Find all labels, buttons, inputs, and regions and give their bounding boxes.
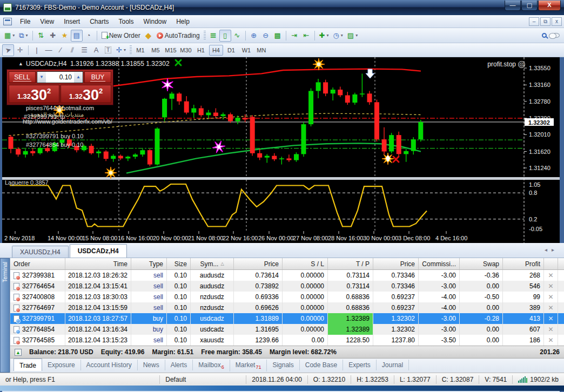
metaeditor-button[interactable]: ◆ [143, 30, 155, 42]
timeframe-m5[interactable]: M5 [149, 45, 163, 56]
menu-item-window[interactable]: Window [139, 16, 172, 27]
tab-scroll-arrows[interactable]: ◂▸ [545, 247, 559, 253]
timeframe-m1[interactable]: M1 [133, 45, 147, 56]
minimize-button[interactable]: — [505, 1, 521, 11]
timeframe-m30[interactable]: M30 [179, 45, 193, 56]
child-close-button[interactable]: x [552, 17, 562, 26]
terminal-tab-code-base[interactable]: Code Base [300, 360, 343, 370]
column-header-type[interactable]: Type [131, 258, 167, 269]
maximize-button[interactable]: ▢ [521, 1, 538, 11]
timeframe-d1[interactable]: D1 [224, 45, 238, 56]
order-row[interactable]: 3273993812018.12.03 18:26:32sell0.10audu… [10, 270, 564, 281]
terminal-tab-journal[interactable]: Journal [377, 360, 409, 370]
menu-item-tools[interactable]: Tools [114, 16, 139, 27]
column-header-price2[interactable]: Price [373, 258, 419, 269]
templates-button[interactable]: ▨▾ [345, 30, 360, 42]
column-header-comm[interactable]: Commissi... [419, 258, 460, 269]
one-click-collapse-icon[interactable]: ▲ [18, 61, 23, 66]
order-row[interactable]: 3274008082018.12.03 18:30:03sell0.10nzdu… [10, 292, 564, 302]
terminal-tab-mailbox[interactable]: Mailbox6 [193, 360, 230, 371]
new-chart-button[interactable]: ▦▾ [2, 30, 17, 42]
vertical-line-button[interactable]: | [31, 44, 43, 56]
strategy-tester-button[interactable]: ◔ [83, 30, 95, 42]
volume-input[interactable] [46, 72, 74, 83]
indicators-button[interactable]: ✚▾ [317, 30, 331, 42]
auto-scroll-button[interactable]: ⇥ [288, 30, 300, 42]
zoom-out-button[interactable]: ⊖ [260, 30, 272, 42]
close-button[interactable]: X [538, 1, 561, 11]
terminal-tab-account-history[interactable]: Account History [81, 360, 138, 370]
timeframe-h1[interactable]: H1 [194, 45, 208, 56]
candlestick-button[interactable]: ▯ [219, 30, 231, 42]
column-header-time[interactable]: Time [65, 258, 131, 269]
fibonacci-button[interactable]: ☰ [78, 44, 90, 56]
child-restore-button[interactable]: ⧉ [540, 17, 550, 26]
community-button[interactable] [550, 30, 562, 42]
terminal-tab-news[interactable]: News [138, 360, 165, 370]
trendline-button[interactable]: ∕ [55, 44, 66, 56]
horizontal-line-button[interactable]: — [43, 44, 55, 56]
autotrading-button[interactable]: AutoTrading [155, 30, 202, 42]
arrows-button[interactable]: ✢▾ [114, 44, 128, 56]
order-row[interactable]: 3277648542018.12.04 13:16:34buy0.10usdca… [10, 324, 564, 335]
close-order-icon[interactable]: ✕ [548, 293, 553, 301]
chart-tab-usdcadz-h4[interactable]: USDCADz,H4 [70, 244, 127, 258]
profiles-button[interactable]: ⧉▾ [17, 30, 30, 42]
timeframe-h4[interactable]: H4 [209, 45, 223, 56]
close-order-icon[interactable]: ✕ [548, 336, 553, 344]
menu-item-view[interactable]: View [35, 16, 59, 27]
column-header-size[interactable]: Size [167, 258, 191, 269]
channel-button[interactable]: ⫽ [66, 44, 78, 56]
terminal-tab-experts[interactable]: Experts [343, 360, 377, 370]
order-row[interactable]: 3273997912018.12.03 18:27:57buy0.10usdca… [10, 313, 564, 324]
column-header-sl[interactable]: S / L [283, 258, 328, 269]
order-row[interactable]: 3277646972018.12.04 13:15:59sell0.10nzdu… [10, 302, 564, 313]
market-watch-button[interactable]: ⇅ [35, 30, 47, 42]
close-order-icon[interactable]: ✕ [548, 304, 553, 312]
column-header-swap[interactable]: Swap [460, 258, 503, 269]
terminal-dock-bar[interactable]: Terminal [0, 258, 10, 373]
tile-windows-button[interactable]: ▩ [272, 30, 284, 42]
volume-up-icon[interactable]: ▲ [74, 72, 83, 83]
buy-price[interactable]: 1.32 30 2 [61, 85, 111, 103]
menu-item-file[interactable]: File [15, 16, 35, 27]
text-label-button[interactable]: T [102, 44, 114, 56]
zoom-in-button[interactable]: ⊕ [248, 30, 260, 42]
search-button[interactable] [538, 30, 550, 42]
order-row[interactable]: 3277646542018.12.04 13:15:41sell0.10audu… [10, 281, 564, 292]
status-profile[interactable]: Default [160, 375, 246, 384]
terminal-tab-signals[interactable]: Signals [267, 360, 299, 370]
chart-tab-xauusdz-h4[interactable]: XAUUSDz,H4 [12, 246, 69, 258]
close-order-icon[interactable]: ✕ [548, 272, 553, 279]
chart-canvas[interactable]: 1.335501.331601.327801.323901.320101.316… [2, 57, 560, 243]
column-header-price[interactable]: Price [234, 258, 283, 269]
cursor-button[interactable]: ➤ [2, 44, 14, 56]
volume-down-icon[interactable]: ▼ [37, 72, 46, 83]
sell-price[interactable]: 1.32 30 2 [9, 85, 59, 103]
order-row[interactable]: 3277645852018.12.04 13:15:23sell0.10xauu… [10, 335, 564, 346]
terminal-tab-trade[interactable]: Trade [14, 359, 42, 371]
text-button[interactable]: A [90, 44, 102, 56]
data-window-button[interactable]: ✚ [47, 30, 59, 42]
crosshair-button[interactable]: ✛ [14, 44, 26, 56]
menu-item-charts[interactable]: Charts [85, 16, 113, 27]
column-header-profit[interactable]: Profit [503, 258, 544, 269]
terminal-tab-alerts[interactable]: Alerts [165, 360, 193, 370]
buy-button[interactable]: BUY [84, 71, 111, 83]
timeframe-w1[interactable]: W1 [239, 45, 253, 56]
timeframe-mn[interactable]: MN [254, 45, 268, 56]
child-minimize-button[interactable]: – [529, 17, 539, 26]
navigator-button[interactable]: ★ [59, 30, 71, 42]
column-header-order[interactable]: Order [10, 258, 65, 269]
menu-item-help[interactable]: Help [171, 16, 194, 27]
terminal-tab-market[interactable]: Market71 [230, 360, 267, 371]
line-chart-button[interactable]: ∿ [231, 30, 243, 42]
terminal-tab-exposure[interactable]: Exposure [42, 360, 81, 370]
menu-item-insert[interactable]: Insert [59, 16, 85, 27]
terminal-button[interactable]: ▤ [71, 30, 83, 42]
close-order-icon[interactable]: ✕ [548, 315, 553, 322]
column-header-tp[interactable]: T / P [328, 258, 373, 269]
column-header-sym[interactable]: Sym...△ [191, 258, 234, 269]
periods-button[interactable]: ◷▾ [331, 30, 345, 42]
title-bar[interactable]: 7167309: FBS-Demo - Demo Account - [USDC… [0, 0, 564, 15]
